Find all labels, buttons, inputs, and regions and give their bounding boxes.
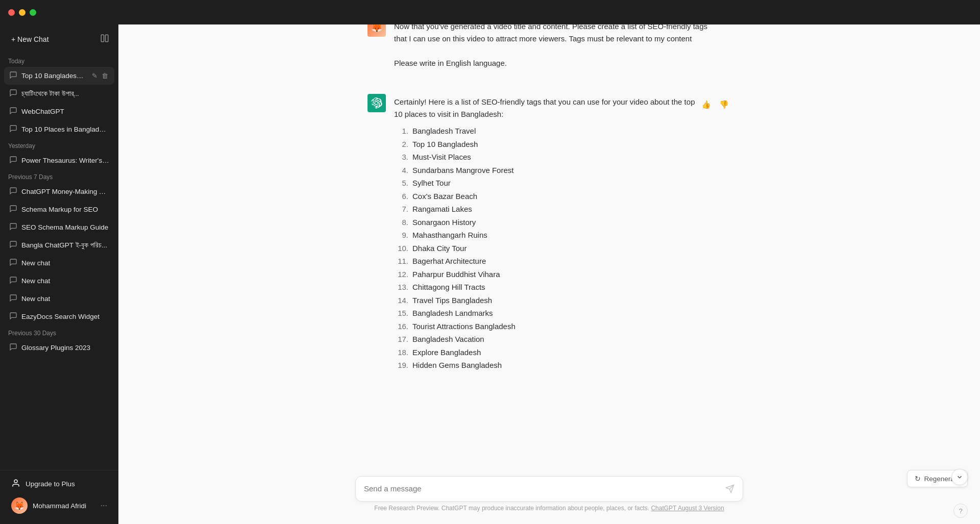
footer-disclaimer: Free Research Preview. ChatGPT may produ… [355,502,743,516]
list-item: 6.Cox's Bazar Beach [394,190,731,203]
sidebar-item-chatgpt-money[interactable]: ChatGPT Money-Making Tips... [4,183,114,201]
list-text: Sundarbans Mangrove Forest [412,164,513,177]
title-bar [0,0,980,24]
list-item: 13.Chittagong Hill Tracts [394,281,731,294]
list-number: 9. [394,229,408,242]
chat-icon [9,107,17,116]
sidebar-item-bangla-chatgpt[interactable]: Bangla ChatGPT ই-বুক পরিচ... [4,236,114,254]
new-chat-label: + New Chat [11,35,49,43]
sidebar-item-schema-seo[interactable]: Schema Markup for SEO [4,201,114,218]
list-item: 14.Travel Tips Bangladesh [394,294,731,307]
sidebar-item-eazydocs[interactable]: EazyDocs Search Widget [4,308,114,326]
user-more-button[interactable]: ··· [101,501,107,510]
chat-item-actions: ✎ 🗑 [91,71,109,81]
list-text: Explore Bangladesh [412,346,481,359]
chat-item-label: SEO Schema Markup Guide [21,223,109,231]
sidebar-item-glossary-plugins[interactable]: Glossary Plugins 2023 [4,339,114,357]
chat-item-label: New chat [21,259,109,267]
upgrade-to-plus-button[interactable]: Upgrade to Plus [6,475,112,493]
list-number: 19. [394,359,408,372]
list-text: Paharpur Buddhist Vihara [412,268,500,281]
sidebar-item-power-thesaurus[interactable]: Power Thesaurus: Writer's Ea... [4,152,114,169]
thumbs-down-button[interactable]: 👎 [717,98,731,111]
sidebar-item-new-chat-2[interactable]: New chat [4,272,114,290]
assistant-message-content: Certainly! Here is a list of SEO-friendl… [394,94,731,372]
close-button[interactable] [8,9,15,16]
list-number: 18. [394,346,408,359]
section-previous-7-days: Previous 7 Days [4,169,114,183]
user-message: 🦊 Now that you've generated a video titl… [368,18,731,69]
list-item: 1.Bangladesh Travel [394,124,731,138]
list-text: Bangladesh Vacation [412,333,484,346]
sidebar-item-webchatgpt[interactable]: WebChatGPT [4,103,114,120]
list-item: 7.Rangamati Lakes [394,203,731,216]
edit-chat-button[interactable]: ✎ [91,71,99,81]
list-number: 11. [394,255,408,268]
help-button[interactable]: ? [953,504,968,518]
minimize-button[interactable] [19,9,26,16]
user-message-text: Now that you've generated a video title … [394,20,731,69]
message-input[interactable] [364,483,718,495]
avatar-image: 🦊 [11,497,28,514]
chat-icon [9,205,17,214]
list-item: 19.Hidden Gems Bangladesh [394,359,731,372]
user-profile[interactable]: 🦊 Mohammad Afridi ··· [6,493,112,518]
user-message-line4: Please write in English language. [394,59,507,67]
delete-chat-button[interactable]: 🗑 [101,71,109,81]
message-actions: 👍 👎 [699,96,731,111]
chat-icon [9,156,17,165]
send-button[interactable] [723,482,737,495]
list-text: Chittagong Hill Tracts [412,281,485,294]
list-number: 17. [394,333,408,346]
list-number: 10. [394,242,408,255]
list-text: Travel Tips Bangladesh [412,294,492,307]
sidebar-item-top10-bd-places[interactable]: Top 10 Bangladesh Pla... ✎ 🗑 [4,67,114,85]
list-item: 3.Must-Visit Places [394,151,731,164]
list-number: 2. [394,138,408,151]
list-number: 4. [394,164,408,177]
chat-icon [9,187,17,196]
thumbs-up-button[interactable]: 👍 [699,98,713,111]
sidebar-item-new-chat-3[interactable]: New chat [4,290,114,308]
chat-icon [9,312,17,321]
list-item: 9.Mahasthangarh Ruins [394,229,731,242]
chat-icon [9,124,17,134]
chat-item-label: Top 10 Places in Bangladesh [21,126,109,133]
new-chat-button[interactable]: + New Chat [6,31,97,47]
user-name: Mohammad Afridi [33,502,95,510]
sidebar-item-chatting-earn[interactable]: চ্যাটিংথেকে টাকা উপার্... [4,85,114,103]
user-message-content: Now that you've generated a video title … [394,18,731,69]
chat-item-label: Glossary Plugins 2023 [21,344,109,352]
upgrade-icon [11,479,20,489]
sidebar-layout-button[interactable] [97,31,112,47]
sidebar-item-new-chat-1[interactable]: New chat [4,254,114,272]
main-content: 🦊 Now that you've generated a video titl… [118,0,980,524]
list-item: 12.Paharpur Buddhist Vihara [394,268,731,281]
chat-icon [9,240,17,250]
sidebar-item-top10-places[interactable]: Top 10 Places in Bangladesh [4,120,114,138]
chat-item-label: চ্যাটিংথেকে টাকা উপার্... [21,90,109,98]
sidebar-item-seo-schema-guide[interactable]: SEO Schema Markup Guide [4,218,114,236]
svg-rect-1 [106,35,108,42]
input-area: Free Research Preview. ChatGPT may produ… [343,476,755,524]
list-text: Tourist Attractions Bangladesh [412,320,516,333]
assistant-intro-text: Certainly! Here is a list of SEO-friendl… [394,96,699,120]
footer-link[interactable]: ChatGPT August 3 Version [651,505,724,512]
list-item: 15.Bangladesh Landmarks [394,307,731,320]
upgrade-label: Upgrade to Plus [26,480,75,488]
chat-icon [9,343,17,353]
message-input-wrapper [355,476,743,502]
sidebar-content: Today Top 10 Bangladesh Pla... ✎ 🗑 চ্যাট… [0,52,118,470]
list-item: 18.Explore Bangladesh [394,346,731,359]
list-number: 6. [394,190,408,203]
list-number: 1. [394,124,408,138]
list-text: Must-Visit Places [412,151,471,164]
list-item: 8.Sonargaon History [394,216,731,229]
scroll-to-bottom-button[interactable] [951,469,968,485]
chat-icon [9,258,17,268]
list-number: 7. [394,203,408,216]
maximize-button[interactable] [30,9,36,16]
list-number: 16. [394,320,408,333]
chat-item-label: Power Thesaurus: Writer's Ea... [21,157,109,164]
sidebar-header: + New Chat [0,24,118,52]
